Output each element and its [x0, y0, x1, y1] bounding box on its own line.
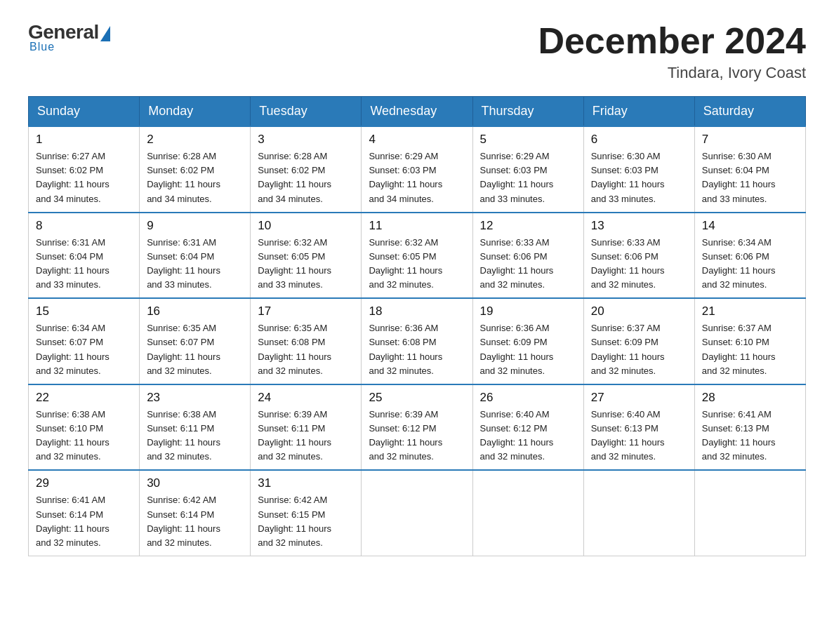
day-number: 23 — [147, 391, 243, 405]
calendar-header-row: SundayMondayTuesdayWednesdayThursdayFrid… — [29, 97, 806, 127]
page-header: General Blue December 2024 Tindara, Ivor… — [28, 21, 806, 82]
day-number: 6 — [591, 133, 687, 147]
day-number: 3 — [258, 133, 354, 147]
day-info: Sunrise: 6:39 AM Sunset: 6:12 PM Dayligh… — [369, 408, 465, 464]
calendar-cell — [583, 470, 694, 556]
day-number: 20 — [591, 304, 687, 318]
calendar-cell: 5 Sunrise: 6:29 AM Sunset: 6:03 PM Dayli… — [472, 126, 583, 213]
calendar-cell: 9 Sunrise: 6:31 AM Sunset: 6:04 PM Dayli… — [140, 213, 251, 299]
day-number: 1 — [36, 133, 132, 147]
calendar-cell: 20 Sunrise: 6:37 AM Sunset: 6:09 PM Dayl… — [583, 298, 694, 384]
calendar-cell: 15 Sunrise: 6:34 AM Sunset: 6:07 PM Dayl… — [29, 298, 140, 384]
day-number: 28 — [702, 391, 798, 405]
day-number: 8 — [36, 219, 132, 233]
calendar-week-row: 8 Sunrise: 6:31 AM Sunset: 6:04 PM Dayli… — [29, 213, 806, 299]
logo: General Blue — [28, 21, 110, 53]
day-info: Sunrise: 6:37 AM Sunset: 6:09 PM Dayligh… — [591, 321, 687, 378]
calendar-cell: 7 Sunrise: 6:30 AM Sunset: 6:04 PM Dayli… — [694, 126, 805, 213]
day-number: 9 — [147, 219, 243, 233]
calendar-cell: 29 Sunrise: 6:41 AM Sunset: 6:14 PM Dayl… — [29, 470, 140, 556]
title-section: December 2024 Tindara, Ivory Coast — [538, 21, 806, 82]
calendar-cell: 23 Sunrise: 6:38 AM Sunset: 6:11 PM Dayl… — [140, 384, 251, 471]
day-number: 31 — [258, 476, 354, 490]
calendar-cell: 24 Sunrise: 6:39 AM Sunset: 6:11 PM Dayl… — [251, 384, 362, 471]
day-info: Sunrise: 6:36 AM Sunset: 6:09 PM Dayligh… — [480, 321, 576, 378]
day-number: 22 — [36, 391, 132, 405]
calendar-header-saturday: Saturday — [694, 97, 805, 127]
logo-triangle-icon — [100, 26, 110, 41]
day-number: 26 — [480, 391, 576, 405]
calendar-header-thursday: Thursday — [472, 97, 583, 127]
day-info: Sunrise: 6:31 AM Sunset: 6:04 PM Dayligh… — [147, 236, 243, 293]
day-number: 24 — [258, 391, 354, 405]
day-number: 10 — [258, 219, 354, 233]
calendar-cell: 26 Sunrise: 6:40 AM Sunset: 6:12 PM Dayl… — [472, 384, 583, 471]
day-info: Sunrise: 6:38 AM Sunset: 6:10 PM Dayligh… — [36, 408, 132, 464]
day-number: 15 — [36, 304, 132, 318]
day-info: Sunrise: 6:40 AM Sunset: 6:13 PM Dayligh… — [591, 408, 687, 464]
day-number: 16 — [147, 304, 243, 318]
day-number: 21 — [702, 304, 798, 318]
day-info: Sunrise: 6:28 AM Sunset: 6:02 PM Dayligh… — [258, 149, 354, 206]
calendar-cell — [694, 470, 805, 556]
day-number: 7 — [702, 133, 798, 147]
day-number: 17 — [258, 304, 354, 318]
calendar-header-sunday: Sunday — [29, 97, 140, 127]
day-info: Sunrise: 6:35 AM Sunset: 6:07 PM Dayligh… — [147, 321, 243, 378]
day-info: Sunrise: 6:41 AM Sunset: 6:14 PM Dayligh… — [36, 493, 132, 550]
calendar-cell: 21 Sunrise: 6:37 AM Sunset: 6:10 PM Dayl… — [694, 298, 805, 384]
day-info: Sunrise: 6:30 AM Sunset: 6:04 PM Dayligh… — [702, 149, 798, 206]
calendar-cell: 14 Sunrise: 6:34 AM Sunset: 6:06 PM Dayl… — [694, 213, 805, 299]
calendar-week-row: 15 Sunrise: 6:34 AM Sunset: 6:07 PM Dayl… — [29, 298, 806, 384]
calendar-cell: 12 Sunrise: 6:33 AM Sunset: 6:06 PM Dayl… — [472, 213, 583, 299]
day-number: 11 — [369, 219, 465, 233]
calendar-cell: 4 Sunrise: 6:29 AM Sunset: 6:03 PM Dayli… — [362, 126, 472, 213]
calendar-cell: 17 Sunrise: 6:35 AM Sunset: 6:08 PM Dayl… — [251, 298, 362, 384]
day-number: 14 — [702, 219, 798, 233]
day-info: Sunrise: 6:31 AM Sunset: 6:04 PM Dayligh… — [36, 236, 132, 293]
calendar-cell: 30 Sunrise: 6:42 AM Sunset: 6:14 PM Dayl… — [140, 470, 251, 556]
day-number: 13 — [591, 219, 687, 233]
day-info: Sunrise: 6:29 AM Sunset: 6:03 PM Dayligh… — [480, 149, 576, 206]
day-info: Sunrise: 6:29 AM Sunset: 6:03 PM Dayligh… — [369, 149, 465, 206]
calendar-week-row: 29 Sunrise: 6:41 AM Sunset: 6:14 PM Dayl… — [29, 470, 806, 556]
calendar-cell: 27 Sunrise: 6:40 AM Sunset: 6:13 PM Dayl… — [583, 384, 694, 471]
calendar-cell: 22 Sunrise: 6:38 AM Sunset: 6:10 PM Dayl… — [29, 384, 140, 471]
calendar-header-wednesday: Wednesday — [362, 97, 472, 127]
day-info: Sunrise: 6:34 AM Sunset: 6:07 PM Dayligh… — [36, 321, 132, 378]
calendar-cell: 16 Sunrise: 6:35 AM Sunset: 6:07 PM Dayl… — [140, 298, 251, 384]
day-number: 19 — [480, 304, 576, 318]
day-info: Sunrise: 6:33 AM Sunset: 6:06 PM Dayligh… — [480, 236, 576, 293]
calendar-cell: 3 Sunrise: 6:28 AM Sunset: 6:02 PM Dayli… — [251, 126, 362, 213]
calendar-week-row: 1 Sunrise: 6:27 AM Sunset: 6:02 PM Dayli… — [29, 126, 806, 213]
day-number: 5 — [480, 133, 576, 147]
calendar-cell: 6 Sunrise: 6:30 AM Sunset: 6:03 PM Dayli… — [583, 126, 694, 213]
day-number: 12 — [480, 219, 576, 233]
day-info: Sunrise: 6:37 AM Sunset: 6:10 PM Dayligh… — [702, 321, 798, 378]
calendar-cell: 1 Sunrise: 6:27 AM Sunset: 6:02 PM Dayli… — [29, 126, 140, 213]
calendar-cell: 28 Sunrise: 6:41 AM Sunset: 6:13 PM Dayl… — [694, 384, 805, 471]
calendar-header-tuesday: Tuesday — [251, 97, 362, 127]
calendar-table: SundayMondayTuesdayWednesdayThursdayFrid… — [28, 96, 806, 556]
day-info: Sunrise: 6:40 AM Sunset: 6:12 PM Dayligh… — [480, 408, 576, 464]
day-info: Sunrise: 6:35 AM Sunset: 6:08 PM Dayligh… — [258, 321, 354, 378]
calendar-cell: 31 Sunrise: 6:42 AM Sunset: 6:15 PM Dayl… — [251, 470, 362, 556]
day-number: 30 — [147, 476, 243, 490]
day-info: Sunrise: 6:27 AM Sunset: 6:02 PM Dayligh… — [36, 149, 132, 206]
calendar-cell: 11 Sunrise: 6:32 AM Sunset: 6:05 PM Dayl… — [362, 213, 472, 299]
day-number: 29 — [36, 476, 132, 490]
calendar-week-row: 22 Sunrise: 6:38 AM Sunset: 6:10 PM Dayl… — [29, 384, 806, 471]
calendar-header-monday: Monday — [140, 97, 251, 127]
day-info: Sunrise: 6:42 AM Sunset: 6:14 PM Dayligh… — [147, 493, 243, 550]
day-info: Sunrise: 6:38 AM Sunset: 6:11 PM Dayligh… — [147, 408, 243, 464]
calendar-cell: 25 Sunrise: 6:39 AM Sunset: 6:12 PM Dayl… — [362, 384, 472, 471]
day-info: Sunrise: 6:42 AM Sunset: 6:15 PM Dayligh… — [258, 493, 354, 550]
day-info: Sunrise: 6:30 AM Sunset: 6:03 PM Dayligh… — [591, 149, 687, 206]
calendar-cell: 2 Sunrise: 6:28 AM Sunset: 6:02 PM Dayli… — [140, 126, 251, 213]
day-info: Sunrise: 6:34 AM Sunset: 6:06 PM Dayligh… — [702, 236, 798, 293]
calendar-cell: 8 Sunrise: 6:31 AM Sunset: 6:04 PM Dayli… — [29, 213, 140, 299]
location: Tindara, Ivory Coast — [538, 64, 806, 82]
day-number: 4 — [369, 133, 465, 147]
month-title: December 2024 — [538, 21, 806, 61]
calendar-cell: 19 Sunrise: 6:36 AM Sunset: 6:09 PM Dayl… — [472, 298, 583, 384]
